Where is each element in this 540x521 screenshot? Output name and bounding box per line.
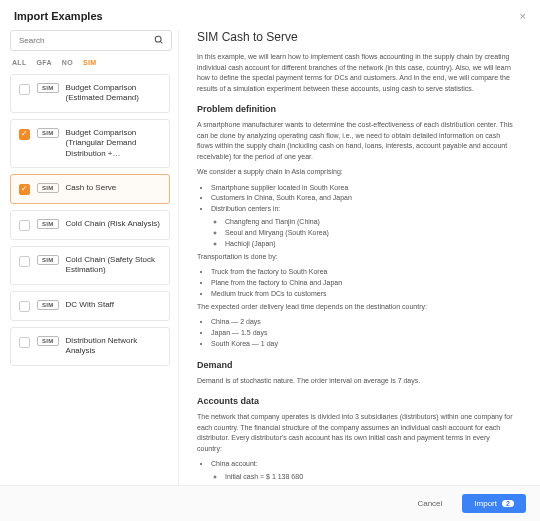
example-item[interactable]: ✓SIMCash to Serve [10, 174, 170, 204]
heading-demand: Demand [197, 360, 516, 370]
svg-point-0 [155, 36, 161, 42]
filter-tabs: ALLGFANOSIM [10, 57, 172, 74]
list-item: Initial cash = $ 1 138 680 [225, 472, 516, 483]
type-tag: SIM [37, 83, 59, 93]
heading-problem: Problem definition [197, 104, 516, 114]
list-item: Medium truck from DCs to customers [211, 289, 516, 300]
type-tag: SIM [37, 300, 59, 310]
demand-p: Demand is of stochastic nature. The orde… [197, 376, 516, 387]
filter-gfa[interactable]: GFA [37, 59, 52, 66]
example-label: Cold Chain (Safety Stock Estimation) [66, 255, 161, 276]
list-item: Hachioji (Japan) [225, 239, 516, 250]
type-tag: SIM [37, 219, 59, 229]
sidebar: ALLGFANOSIM SIMBudget Comparison (Estima… [10, 30, 172, 485]
example-item[interactable]: SIMCold Chain (Safety Stock Estimation) [10, 246, 170, 285]
supply-list: Smartphone supplier located in South Kor… [197, 183, 516, 250]
detail-title: SIM Cash to Serve [197, 30, 516, 44]
list-item: China — 2 days [211, 317, 516, 328]
checkbox[interactable] [19, 301, 30, 312]
list-item: Smartphone supplier located in South Kor… [211, 183, 516, 194]
detail-intro: In this example, we will learn how to im… [197, 52, 516, 94]
checkbox[interactable]: ✓ [19, 129, 30, 140]
type-tag: SIM [37, 255, 59, 265]
example-item[interactable]: ✓SIMBudget Comparison (Triangular Demand… [10, 119, 170, 168]
list-item: South Korea — 1 day [211, 339, 516, 350]
list-item: Seoul and Miryang (South Korea) [225, 228, 516, 239]
example-list[interactable]: SIMBudget Comparison (Estimated Demand)✓… [10, 74, 172, 485]
checkbox[interactable] [19, 220, 30, 231]
filter-no[interactable]: NO [62, 59, 73, 66]
filter-sim[interactable]: SIM [83, 59, 96, 66]
example-label: Cold Chain (Risk Analysis) [66, 219, 160, 229]
svg-line-1 [160, 41, 162, 43]
accounts-list: China account: Initial cash = $ 1 138 68… [197, 459, 516, 485]
type-tag: SIM [37, 336, 59, 346]
search-input[interactable] [10, 30, 172, 51]
example-item[interactable]: SIMCold Chain (Risk Analysis) [10, 210, 170, 240]
example-label: Budget Comparison (Triangular Demand Dis… [66, 128, 161, 159]
list-item: Distribution centers in:Changfeng and Ti… [211, 204, 516, 249]
detail-pane[interactable]: SIM Cash to Serve In this example, we wi… [178, 30, 530, 485]
import-button[interactable]: Import 2 [462, 494, 526, 513]
list-item: Customers in China, South Korea, and Jap… [211, 193, 516, 204]
transport-list: Truck from the factory to South KoreaPla… [197, 267, 516, 300]
list-item: Plane from the factory to China and Japa… [211, 278, 516, 289]
filter-all[interactable]: ALL [12, 59, 27, 66]
checkbox[interactable] [19, 256, 30, 267]
problem-p2: We consider a supply chain in Asia compr… [197, 167, 516, 178]
type-tag: SIM [37, 128, 59, 138]
heading-accounts: Accounts data [197, 396, 516, 406]
example-item[interactable]: SIMDC With Staff [10, 291, 170, 321]
example-item[interactable]: SIMBudget Comparison (Estimated Demand) [10, 74, 170, 113]
cancel-button[interactable]: Cancel [405, 494, 454, 513]
example-label: DC With Staff [66, 300, 114, 310]
china-account: China account: Initial cash = $ 1 138 68… [211, 459, 516, 485]
dialog-footer: Cancel Import 2 [0, 485, 540, 521]
problem-p1: A smartphone manufacturer wants to deter… [197, 120, 516, 162]
close-icon[interactable]: × [520, 10, 526, 22]
checkbox[interactable]: ✓ [19, 184, 30, 195]
dialog-title: Import Examples [14, 10, 103, 22]
list-item: Japan — 1.5 days [211, 328, 516, 339]
checkbox[interactable] [19, 84, 30, 95]
example-label: Cash to Serve [66, 183, 117, 193]
leadtime-intro: The expected order delivery lead time de… [197, 302, 516, 313]
list-item: Truck from the factory to South Korea [211, 267, 516, 278]
example-label: Distribution Network Analysis [66, 336, 161, 357]
search-icon[interactable] [154, 35, 164, 47]
leadtime-list: China — 2 daysJapan — 1.5 daysSouth Kore… [197, 317, 516, 350]
import-count-badge: 2 [502, 500, 514, 507]
type-tag: SIM [37, 183, 59, 193]
accounts-p1: The network that company operates is div… [197, 412, 516, 454]
example-item[interactable]: SIMDistribution Network Analysis [10, 327, 170, 366]
list-item: Changfeng and Tianjin (China) [225, 217, 516, 228]
example-label: Budget Comparison (Estimated Demand) [66, 83, 161, 104]
import-label: Import [474, 499, 497, 508]
transport-intro: Transportation is done by: [197, 252, 516, 263]
checkbox[interactable] [19, 337, 30, 348]
